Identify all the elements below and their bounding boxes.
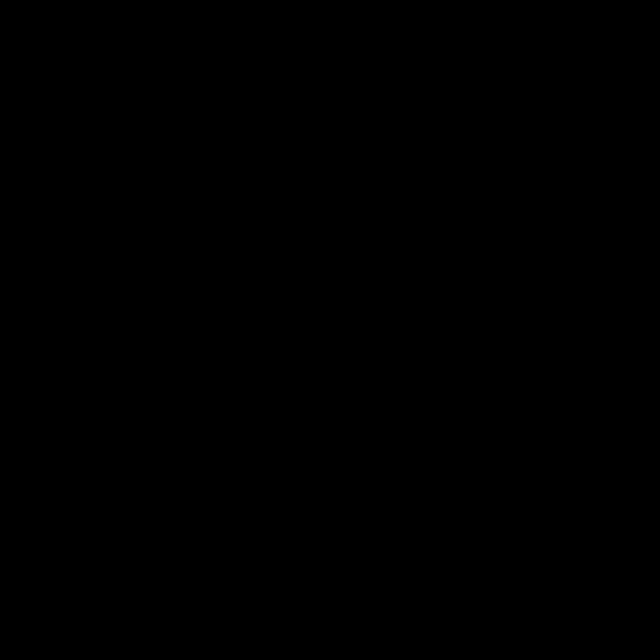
chart-canvas bbox=[0, 0, 644, 644]
outer-frame bbox=[0, 0, 644, 644]
bottleneck-chart bbox=[0, 0, 644, 644]
